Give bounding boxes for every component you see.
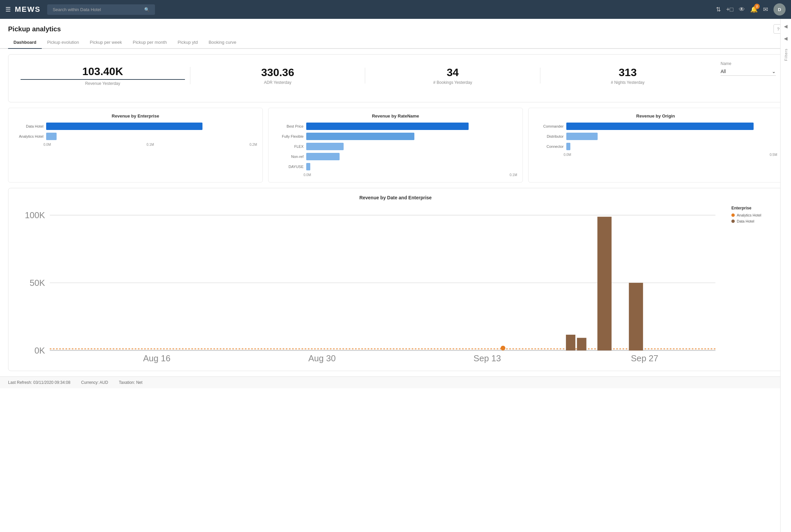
svg-text:Sep 13: Sep 13 — [474, 354, 501, 363]
tabs: DashboardPickup evolutionPickup per week… — [0, 36, 791, 49]
tab-booking-curve[interactable]: Booking curve — [203, 36, 242, 49]
bar-fill — [46, 122, 202, 130]
bar-label: Distributor — [537, 134, 564, 138]
currency: Currency: AUD — [81, 380, 108, 385]
bar-fill — [306, 133, 415, 140]
chevron-down-icon: ⌄ — [772, 69, 776, 74]
legend-title: Enterprise — [731, 206, 776, 210]
search-input[interactable] — [53, 7, 142, 12]
bar-fill — [306, 122, 468, 130]
kpi-card: 103.40K Revenue Yesterday 330.36 ADR Yes… — [8, 54, 783, 102]
name-filter-select[interactable]: All ⌄ — [721, 67, 776, 76]
bar-track — [46, 122, 254, 130]
enterprise-chart-title: Revenue by Enterprise — [14, 113, 257, 118]
bar-track — [46, 133, 254, 140]
name-filter: Name All ⌄ — [715, 61, 776, 76]
origin-chart-title: Revenue by Origin — [534, 113, 777, 118]
bar-track — [306, 143, 514, 150]
topnav: ☰ MEWS 🔍 ⇅ +□ 👁 🔔 2 ✉ D — [0, 0, 791, 19]
bottom-chart-main: 100K 50K 0K — [15, 206, 723, 364]
bar-row: Fully Flexible — [277, 133, 514, 140]
topnav-icons: ⇅ +□ 👁 🔔 2 ✉ D — [716, 3, 786, 16]
footer: Last Refresh: 03/11/2020 09:34:08 Curren… — [0, 377, 791, 388]
collapse-button[interactable]: ◀ — [781, 22, 791, 31]
bar-label: Non-ref — [277, 155, 303, 158]
ratename-chart-title: Revenue by RateName — [274, 113, 517, 118]
tab-pickup-evolution[interactable]: Pickup evolution — [42, 36, 85, 49]
name-filter-label: Name — [721, 61, 776, 66]
x-axis: 0.0M 0.1M 0.2M — [14, 143, 257, 147]
bar-label: Data Hotel — [17, 124, 43, 128]
sort-icon[interactable]: ⇅ — [716, 6, 721, 13]
bar-row: Analytics Hotel — [17, 133, 254, 140]
bottom-chart-area: 100K 50K 0K — [15, 206, 776, 364]
kpi-label: Revenue Yesterday — [21, 81, 185, 86]
main-content: 103.40K Revenue Yesterday 330.36 ADR Yes… — [0, 49, 791, 377]
bar-data-hotel-4 — [577, 338, 587, 350]
kpi-value: 34 — [371, 66, 535, 79]
x-axis: 0.0M 0.5M — [534, 153, 777, 156]
kpi-row: 103.40K Revenue Yesterday 330.36 ADR Yes… — [15, 61, 715, 90]
kpi-value: 330.36 — [196, 66, 360, 79]
filters-label[interactable]: Filters — [784, 49, 788, 61]
legend-label-data: Data Hotel — [737, 219, 754, 223]
charts-row: Revenue by Enterprise Data Hotel Analyti… — [8, 108, 783, 183]
bar-label: Connector — [537, 145, 564, 149]
svg-text:0K: 0K — [34, 346, 45, 355]
date-enterprise-title: Revenue by Date and Enterprise — [15, 195, 776, 200]
bar-fill — [306, 153, 339, 160]
kpi-label: # Bookings Yesterday — [371, 80, 535, 85]
bar-label: Analytics Hotel — [17, 134, 43, 138]
ratename-chart: Revenue by RateName Best Price Fully Fle… — [268, 108, 523, 183]
avatar[interactable]: D — [773, 3, 786, 16]
bar-data-hotel-2 — [629, 283, 643, 350]
bar-row: Non-ref — [277, 153, 514, 160]
add-icon[interactable]: +□ — [726, 6, 733, 13]
bar-track — [566, 122, 774, 130]
bar-row: DAYUSE — [277, 163, 514, 170]
svg-text:Aug 30: Aug 30 — [308, 354, 335, 363]
eye-icon[interactable]: 👁 — [739, 6, 745, 13]
taxation: Taxation: Net — [119, 380, 143, 385]
name-filter-value: All — [721, 69, 726, 74]
bar-fill — [46, 133, 57, 140]
notification-badge: 2 — [754, 4, 760, 9]
tab-dashboard[interactable]: Dashboard — [8, 36, 42, 49]
origin-bar-area: Commander Distributor Connector — [534, 122, 777, 150]
kpi-item-3: 313 # Nights Yesterday — [540, 62, 716, 89]
bar-track — [306, 122, 514, 130]
page-header: Pickup analytics ? — [0, 19, 791, 34]
kpi-value: 313 — [546, 66, 710, 79]
mail-icon[interactable]: ✉ — [763, 6, 768, 13]
svg-text:50K: 50K — [30, 278, 45, 288]
hamburger-icon[interactable]: ☰ — [5, 6, 11, 13]
tab-pickup-ytd[interactable]: Pickup ytd — [172, 36, 203, 49]
legend-label-analytics: Analytics Hotel — [737, 213, 761, 217]
bar-row: FLEX — [277, 143, 514, 150]
tab-pickup-per-week[interactable]: Pickup per week — [85, 36, 127, 49]
bar-row: Best Price — [277, 122, 514, 130]
legend-dot-analytics — [731, 213, 735, 217]
legend-item-data: Data Hotel — [731, 219, 776, 223]
search-icon: 🔍 — [144, 7, 150, 12]
expand-button[interactable]: ◀ — [781, 34, 791, 43]
dot-analytics-hotel — [501, 346, 505, 350]
tab-pickup-per-month[interactable]: Pickup per month — [127, 36, 172, 49]
logo: MEWS — [15, 5, 40, 14]
enterprise-bar-area: Data Hotel Analytics Hotel — [14, 122, 257, 140]
kpi-item-1: 330.36 ADR Yesterday — [190, 62, 366, 89]
bar-row: Commander — [537, 122, 774, 130]
notification-icon[interactable]: 🔔 2 — [750, 6, 758, 13]
bar-label: DAYUSE — [277, 165, 303, 169]
bar-data-hotel-3 — [566, 335, 575, 350]
page: Pickup analytics ? DashboardPickup evolu… — [0, 19, 791, 532]
bar-label: Best Price — [277, 124, 303, 128]
bar-label: FLEX — [277, 145, 303, 149]
svg-text:Aug 16: Aug 16 — [143, 354, 170, 363]
bar-row: Distributor — [537, 133, 774, 140]
bar-data-hotel — [597, 217, 611, 350]
chart-legend: Enterprise Analytics Hotel Data Hotel — [729, 206, 776, 364]
bar-track — [566, 143, 774, 150]
bar-row: Connector — [537, 143, 774, 150]
svg-text:100K: 100K — [25, 210, 45, 220]
